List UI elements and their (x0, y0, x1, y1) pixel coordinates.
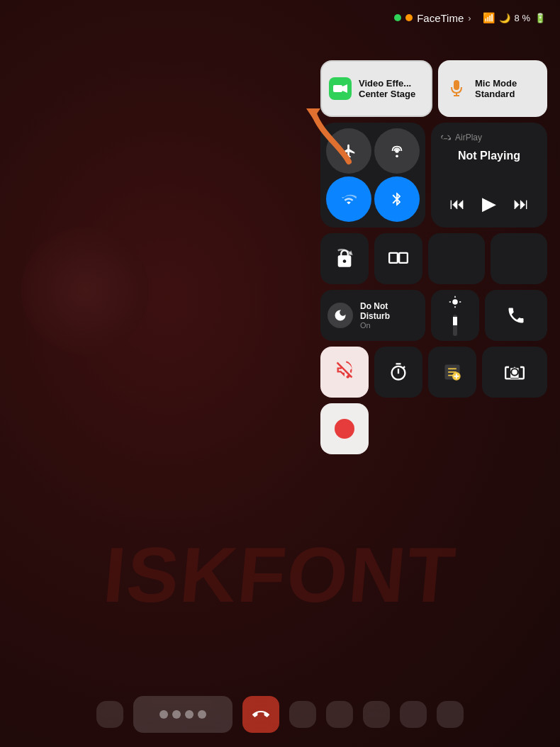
battery-icon: 🔋 (534, 13, 546, 23)
dock-item-end-call[interactable] (242, 696, 279, 733)
now-playing-header: AirPlay (441, 133, 537, 142)
dock-item-6[interactable] (400, 701, 427, 728)
facetime-indicator: FaceTime › (394, 12, 471, 24)
airplay-label: AirPlay (455, 133, 482, 142)
moon-dnd-icon (327, 303, 353, 328)
arrow-pointer (299, 105, 356, 169)
brightness-slider[interactable] (431, 290, 479, 341)
dnd-sublabel: On (360, 321, 390, 330)
orange-indicator-dot (405, 14, 413, 21)
moon-icon: 🌙 (499, 13, 510, 23)
brightness-fill (453, 317, 457, 325)
extra-tile-2[interactable] (491, 233, 547, 284)
svg-marker-3 (342, 84, 347, 93)
do-not-disturb-button[interactable]: Do Not Disturb On (320, 290, 425, 341)
dock-item-1[interactable] (96, 701, 123, 728)
mic-mode-label: Mic Mode (475, 78, 517, 89)
battery-level: 8 % (515, 13, 530, 23)
brightness-icon (449, 296, 461, 312)
bluetooth-button[interactable] (374, 176, 420, 222)
notes-button[interactable] (428, 347, 476, 398)
dock-item-5[interactable] (363, 701, 390, 728)
dock-item-4[interactable] (326, 701, 353, 728)
svg-point-8 (396, 155, 398, 158)
cc-row6 (320, 403, 547, 454)
video-camera-icon (329, 77, 352, 100)
wifi-button[interactable] (326, 176, 371, 222)
dock-item-app-switcher[interactable] (133, 696, 233, 733)
personal-hotspot-button[interactable] (374, 128, 420, 174)
now-playing-title: Not Playing (441, 150, 537, 190)
cc-row4: Do Not Disturb On (320, 290, 547, 341)
green-indicator-dot (394, 14, 401, 21)
extra-tile-1[interactable] (428, 233, 485, 284)
record-icon (335, 419, 354, 439)
timer-button[interactable] (374, 347, 422, 398)
video-effects-text: Video Effe... Center Stage (359, 78, 415, 100)
brightness-bar (453, 315, 457, 336)
bell-mute-icon (335, 360, 354, 385)
svg-rect-4 (454, 80, 459, 90)
playback-controls: ⏮ ▶ ⏭ (441, 190, 537, 218)
mic-mode-text: Mic Mode Standard (475, 78, 517, 100)
svg-rect-10 (389, 253, 398, 263)
phone-button[interactable] (485, 290, 547, 341)
screen-lock-button[interactable] (320, 233, 369, 284)
dnd-text: Do Not Disturb On (360, 301, 390, 330)
dnd-label-line2: Disturb (360, 311, 390, 321)
mute-button[interactable] (320, 347, 369, 398)
avatar-bg (21, 227, 149, 354)
screen-mirror-button[interactable] (374, 233, 422, 284)
dnd-label-line1: Do Not (360, 301, 390, 311)
svg-point-12 (452, 299, 458, 305)
status-bar: FaceTime › 📶 🌙 8 % 🔋 (0, 0, 560, 35)
play-button[interactable]: ▶ (476, 190, 502, 218)
cc-row5 (320, 347, 547, 398)
microphone-icon (445, 77, 468, 100)
facetime-chevron[interactable]: › (468, 13, 471, 23)
camera-button[interactable] (482, 347, 547, 398)
cc-row3 (320, 233, 547, 284)
svg-rect-2 (333, 85, 342, 92)
dock-item-3[interactable] (289, 701, 316, 728)
mic-mode-sublabel: Standard (475, 89, 517, 99)
dock-item-7[interactable] (437, 701, 464, 728)
previous-button[interactable]: ⏮ (444, 192, 471, 216)
next-button[interactable]: ⏭ (508, 192, 534, 216)
status-right: 📶 🌙 8 % 🔋 (483, 12, 546, 23)
bottom-dock (0, 696, 560, 733)
wifi-icon: 📶 (483, 12, 495, 23)
mic-mode-tile[interactable]: Mic Mode Standard (438, 60, 547, 117)
svg-point-7 (395, 149, 399, 153)
svg-rect-11 (399, 253, 408, 263)
video-effects-label: Video Effe... (359, 78, 415, 89)
screen-record-button[interactable] (320, 403, 369, 454)
facetime-label: FaceTime (417, 12, 464, 24)
video-effects-sublabel: Center Stage (359, 89, 415, 99)
watermark-text: ISKFONT (0, 529, 560, 619)
now-playing-tile[interactable]: AirPlay Not Playing ⏮ ▶ ⏭ (431, 123, 547, 228)
